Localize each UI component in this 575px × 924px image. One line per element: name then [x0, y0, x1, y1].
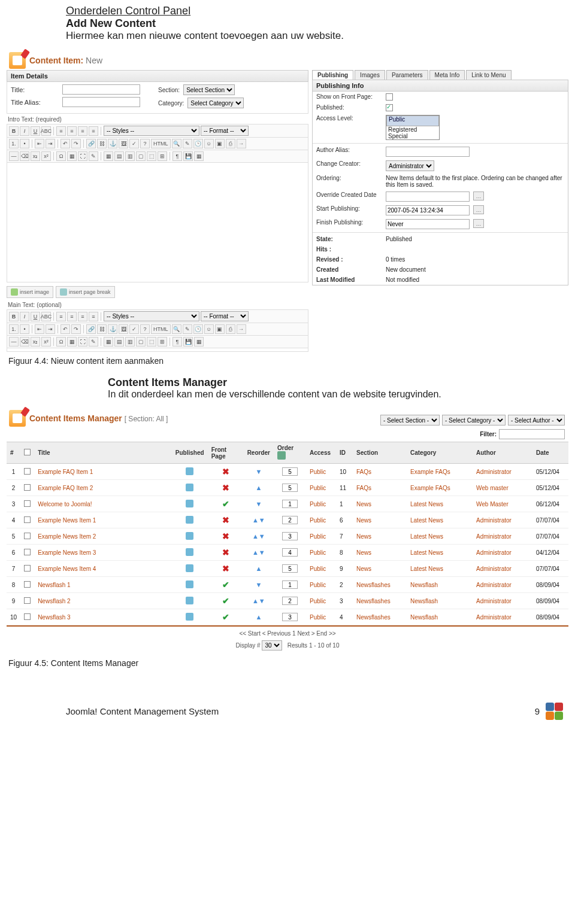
- underline-icon[interactable]: U: [31, 126, 40, 136]
- help-icon[interactable]: ?: [140, 324, 150, 334]
- title-input[interactable]: [62, 84, 140, 95]
- strike-icon[interactable]: ABC: [41, 312, 51, 321]
- order-input[interactable]: [282, 516, 298, 524]
- order-input[interactable]: [282, 532, 298, 540]
- styles-select[interactable]: -- Styles --: [104, 126, 199, 136]
- frontpage-yes-icon[interactable]: ✔: [222, 499, 229, 509]
- published-icon[interactable]: [186, 516, 193, 524]
- tab-meta[interactable]: Meta Info: [429, 70, 465, 80]
- para-icon[interactable]: ¶: [172, 151, 182, 161]
- bold-icon[interactable]: B: [9, 312, 19, 321]
- ol-icon[interactable]: 1.: [9, 139, 19, 148]
- frontpage-yes-icon[interactable]: ✔: [222, 596, 229, 606]
- reorder-down-icon[interactable]: ▼: [259, 533, 265, 540]
- row-checkbox[interactable]: [24, 597, 31, 604]
- underline-icon[interactable]: U: [31, 312, 40, 321]
- access-link[interactable]: Public: [310, 485, 326, 491]
- category-link[interactable]: Newsflash: [410, 614, 438, 621]
- insert-pagebreak-button[interactable]: insert page break: [56, 286, 115, 298]
- category-select[interactable]: Select Category: [187, 98, 244, 108]
- anchor-icon[interactable]: ⚓: [108, 139, 117, 148]
- image-icon[interactable]: 🖼: [119, 139, 128, 148]
- access-link[interactable]: Public: [310, 549, 326, 556]
- styles-select[interactable]: -- Styles --: [104, 311, 199, 321]
- author-link[interactable]: Administrator: [476, 533, 512, 540]
- save-icon[interactable]: 💾: [183, 151, 193, 161]
- author-link[interactable]: Web Master: [476, 501, 509, 507]
- redo-icon[interactable]: ↷: [71, 139, 81, 148]
- section-link[interactable]: Newsflashes: [356, 582, 391, 588]
- unlink-icon[interactable]: ⛓: [97, 324, 107, 334]
- item-title-link[interactable]: Example News Item 4: [38, 566, 96, 572]
- align-justify-icon[interactable]: ≡: [89, 312, 98, 321]
- row-checkbox[interactable]: [24, 581, 31, 588]
- published-icon[interactable]: [186, 548, 193, 556]
- outdent-icon[interactable]: ⇤: [35, 324, 44, 334]
- author-link[interactable]: Administrator: [476, 517, 512, 524]
- item-title-link[interactable]: Example News Item 3: [38, 549, 96, 556]
- emoji-icon[interactable]: ☺: [204, 139, 214, 148]
- author-link[interactable]: Administrator: [476, 566, 512, 572]
- reorder-down-icon[interactable]: ▼: [259, 549, 265, 556]
- order-input[interactable]: [282, 484, 298, 492]
- align-center-icon[interactable]: ≡: [67, 312, 77, 321]
- unlink-icon[interactable]: ⛓: [97, 139, 107, 148]
- ul-icon[interactable]: •: [20, 139, 29, 148]
- order-input[interactable]: [282, 564, 298, 573]
- author-link[interactable]: Administrator: [476, 549, 512, 556]
- section-link[interactable]: News: [356, 566, 371, 572]
- find-icon[interactable]: 🔍: [172, 324, 181, 334]
- main-editor-area[interactable]: [7, 348, 308, 352]
- save-icon[interactable]: 💾: [183, 337, 193, 346]
- replace-icon[interactable]: ✎: [183, 324, 192, 334]
- align-right-icon[interactable]: ≡: [78, 126, 87, 136]
- item-title-link[interactable]: Newsflash 3: [38, 614, 70, 621]
- template-icon[interactable]: ▦: [194, 151, 204, 161]
- order-input[interactable]: [282, 500, 298, 508]
- cell-icon[interactable]: ▢: [136, 151, 146, 161]
- subscript-icon[interactable]: x₂: [31, 151, 40, 161]
- order-input[interactable]: [282, 597, 298, 605]
- access-link[interactable]: Public: [310, 614, 326, 621]
- row-checkbox[interactable]: [24, 484, 31, 491]
- item-title-link[interactable]: Example News Item 1: [38, 517, 96, 524]
- reorder-down-icon[interactable]: ▼: [255, 581, 262, 588]
- published-icon[interactable]: [186, 500, 193, 507]
- access-link[interactable]: Public: [310, 566, 326, 572]
- superscript-icon[interactable]: x²: [41, 151, 51, 161]
- reorder-up-icon[interactable]: ▲: [252, 597, 259, 604]
- access-link[interactable]: Public: [310, 533, 326, 540]
- section-link[interactable]: FAQs: [356, 469, 371, 475]
- fullscreen-icon[interactable]: ⛶: [78, 151, 87, 161]
- col-icon[interactable]: ▥: [125, 151, 135, 161]
- ul-icon[interactable]: •: [20, 324, 29, 334]
- section-link[interactable]: Newsflashes: [356, 614, 391, 621]
- order-input[interactable]: [282, 467, 298, 476]
- media-icon[interactable]: ▣: [215, 139, 225, 148]
- para-icon[interactable]: ¶: [172, 337, 182, 346]
- emoji-icon[interactable]: ☺: [204, 324, 214, 334]
- col-date[interactable]: Date: [532, 442, 568, 464]
- reorder-down-icon[interactable]: ▼: [255, 468, 262, 475]
- hr-icon[interactable]: —: [9, 151, 19, 161]
- item-title-link[interactable]: Welcome to Joomla!: [38, 501, 92, 507]
- col-frontpage[interactable]: Front Page: [208, 442, 244, 464]
- access-link[interactable]: Public: [310, 469, 326, 475]
- tab-images[interactable]: Images: [355, 70, 385, 80]
- align-right-icon[interactable]: ≡: [78, 312, 87, 321]
- category-link[interactable]: Newsflash: [410, 582, 438, 588]
- col-title[interactable]: Title: [34, 442, 172, 464]
- filter-section-select[interactable]: - Select Section -: [380, 415, 440, 425]
- reorder-up-icon[interactable]: ▲: [255, 613, 262, 621]
- clean-icon[interactable]: ✓: [129, 324, 139, 334]
- align-justify-icon[interactable]: ≡: [89, 126, 98, 136]
- print-icon[interactable]: ⎙: [226, 139, 235, 148]
- finish-pub-input[interactable]: [386, 219, 470, 229]
- save-order-icon[interactable]: [277, 451, 286, 460]
- remove-format-icon[interactable]: ⌫: [20, 151, 29, 161]
- tab-parameters[interactable]: Parameters: [386, 70, 428, 80]
- insert-image-button[interactable]: insert image: [7, 286, 53, 298]
- col-id[interactable]: ID: [336, 442, 353, 464]
- col-access[interactable]: Access: [306, 442, 336, 464]
- title-alias-input[interactable]: [62, 97, 140, 107]
